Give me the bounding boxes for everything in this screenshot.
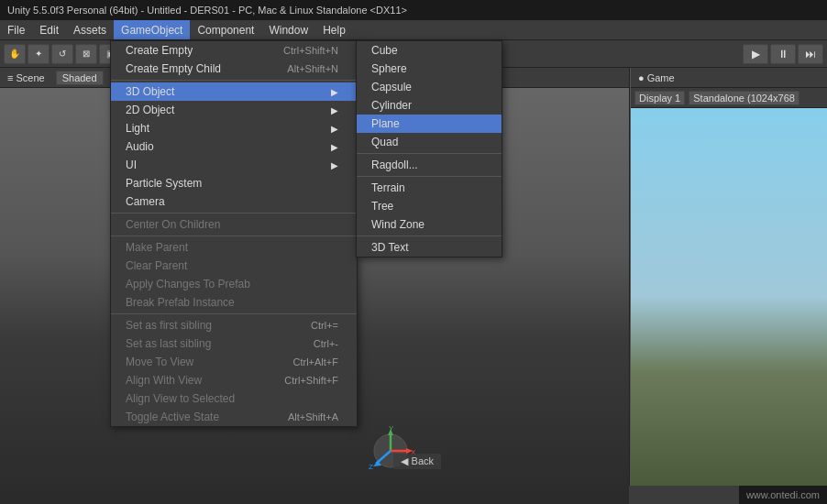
camera-label: Camera (126, 195, 165, 208)
sphere-label: Sphere (371, 62, 407, 75)
center-on-children-label: Center On Children (126, 218, 220, 231)
game-toolbar: Display 1 Standalone (1024x768 (631, 88, 827, 108)
menu-file[interactable]: File (0, 20, 32, 39)
display-dropdown[interactable]: Display 1 (634, 91, 685, 105)
status-bar: www.ontedi.com (739, 486, 827, 504)
submenu-sphere[interactable]: Sphere (357, 60, 502, 78)
submenu-cube[interactable]: Cube (357, 41, 502, 60)
move-tool-btn[interactable]: ✦ (28, 44, 50, 64)
3d-text-label: 3D Text (371, 241, 408, 254)
2d-object-label: 2D Object (126, 104, 174, 116)
submenu-3d-text[interactable]: 3D Text (357, 238, 502, 257)
sep-after-quad (357, 153, 502, 154)
svg-text:Z: Z (369, 463, 373, 471)
menu-audio[interactable]: Audio ▶ (111, 137, 357, 156)
axis-gizmo: Y X Z (363, 423, 418, 478)
menu-center-on-children: Center On Children (111, 215, 357, 234)
hand-tool-btn[interactable]: ✋ (4, 44, 26, 64)
cube-label: Cube (371, 44, 398, 57)
menu-apply-changes-to-prefab: Apply Changes To Prefab (111, 275, 357, 293)
menu-move-to-view: Move To View Ctrl+Alt+F (111, 353, 357, 371)
light-arrow: ▶ (331, 124, 338, 134)
make-parent-label: Make Parent (126, 241, 188, 254)
sep-after-ragdoll (357, 176, 502, 177)
break-prefab-instance-label: Break Prefab Instance (126, 296, 235, 309)
submenu-plane[interactable]: Plane (357, 115, 502, 133)
ragdoll-label: Ragdoll... (371, 159, 418, 171)
game-scene-background (631, 108, 827, 486)
toggle-active-state-shortcut: Alt+Shift+A (288, 411, 338, 422)
menu-help[interactable]: Help (315, 20, 353, 39)
3d-object-arrow: ▶ (331, 87, 338, 97)
terrain-label: Terrain (371, 181, 405, 194)
particle-system-label: Particle System (126, 177, 202, 190)
set-last-sibling-shortcut: Ctrl+- (314, 338, 338, 349)
menu-light[interactable]: Light ▶ (111, 119, 357, 137)
title-bar: Unity 5.5.0f3 Personal (64bit) - Untitle… (0, 0, 827, 20)
submenu-quad[interactable]: Quad (357, 133, 502, 151)
menu-particle-system[interactable]: Particle System (111, 174, 357, 192)
wind-zone-label: Wind Zone (371, 218, 425, 231)
menu-component[interactable]: Component (190, 20, 261, 39)
menu-make-parent: Make Parent (111, 238, 357, 257)
sep-before-sibling (111, 313, 357, 314)
menu-create-empty-child[interactable]: Create Empty Child Alt+Shift+N (111, 60, 357, 78)
svg-text:Y: Y (389, 424, 394, 433)
menu-gameobject[interactable]: GameObject (114, 20, 190, 39)
title-text: Unity 5.5.0f3 Personal (64bit) - Untitle… (7, 5, 407, 16)
toggle-active-state-label: Toggle Active State (126, 411, 219, 423)
status-text: www.ontedi.com (746, 489, 820, 500)
create-empty-label: Create Empty (126, 44, 193, 57)
resolution-dropdown[interactable]: Standalone (1024x768 (689, 91, 799, 105)
set-last-sibling-label: Set as last sibling (126, 337, 211, 350)
3d-object-label: 3D Object (126, 85, 174, 98)
shaded-dropdown[interactable]: Shaded (56, 71, 104, 85)
menu-window[interactable]: Window (261, 20, 315, 39)
step-button[interactable]: ⏭ (798, 44, 823, 64)
game-view: ● Game Display 1 Standalone (1024x768 (630, 68, 827, 486)
create-empty-child-shortcut: Alt+Shift+N (287, 63, 338, 74)
capsule-label: Capsule (371, 81, 412, 93)
submenu-wind-zone[interactable]: Wind Zone (357, 215, 502, 234)
pause-button[interactable]: ⏸ (770, 44, 796, 64)
menu-bar: File Edit Assets GameObject Component Wi… (0, 20, 827, 40)
menu-align-with-view: Align With View Ctrl+Shift+F (111, 371, 357, 389)
menu-3d-object[interactable]: 3D Object ▶ (111, 82, 357, 101)
menu-assets[interactable]: Assets (66, 20, 114, 39)
clear-parent-label: Clear Parent (126, 259, 187, 272)
menu-toggle-active-state: Toggle Active State Alt+Shift+A (111, 408, 357, 426)
back-button[interactable]: ◀ Back (393, 454, 441, 469)
tree-label: Tree (371, 200, 393, 213)
sep-after-wind (357, 236, 502, 236)
menu-set-last-sibling: Set as last sibling Ctrl+- (111, 334, 357, 353)
rotate-tool-btn[interactable]: ↺ (51, 44, 73, 64)
menu-edit[interactable]: Edit (32, 20, 66, 39)
menu-ui[interactable]: UI ▶ (111, 156, 357, 174)
scale-tool-btn[interactable]: ⊠ (75, 44, 97, 64)
submenu-tree[interactable]: Tree (357, 197, 502, 215)
set-first-sibling-label: Set as first sibling (126, 319, 212, 332)
submenu-3d-object: Cube Sphere Capsule Cylinder Plane Quad … (356, 40, 502, 257)
scene-tab-label[interactable]: ≡ Scene (7, 72, 45, 83)
create-empty-child-label: Create Empty Child (126, 62, 221, 75)
play-button[interactable]: ▶ (743, 44, 768, 64)
audio-arrow: ▶ (331, 142, 338, 152)
menu-align-view-to-selected: Align View to Selected (111, 389, 357, 408)
sep-after-center (111, 236, 357, 236)
submenu-capsule[interactable]: Capsule (357, 78, 502, 96)
submenu-cylinder[interactable]: Cylinder (357, 96, 502, 115)
menu-set-first-sibling: Set as first sibling Ctrl+= (111, 316, 357, 334)
transform-tools: ✋ ✦ ↺ ⊠ ▣ (4, 44, 121, 64)
menu-2d-object[interactable]: 2D Object ▶ (111, 101, 357, 119)
menu-create-empty[interactable]: Create Empty Ctrl+Shift+N (111, 41, 357, 60)
game-tab-label[interactable]: ● Game (638, 72, 675, 83)
move-to-view-label: Move To View (126, 356, 193, 368)
menu-camera[interactable]: Camera (111, 192, 357, 211)
quad-label: Quad (371, 136, 398, 148)
submenu-ragdoll[interactable]: Ragdoll... (357, 156, 502, 174)
sep-after-camera (111, 213, 357, 214)
submenu-terrain[interactable]: Terrain (357, 179, 502, 197)
game-tab: ● Game (631, 68, 827, 88)
gameobject-dropdown-menu: Create Empty Ctrl+Shift+N Create Empty C… (110, 40, 358, 427)
align-with-view-shortcut: Ctrl+Shift+F (284, 375, 338, 386)
